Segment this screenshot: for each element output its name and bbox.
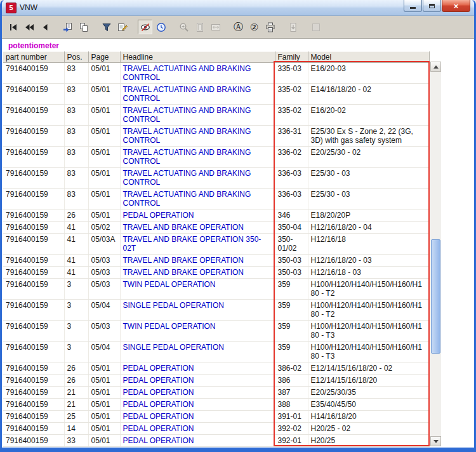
go-previous-fast-icon (24, 22, 34, 32)
table-row[interactable]: 79164001592105/01PEDAL OPERATION387E20/2… (3, 387, 429, 399)
cell-headline[interactable]: SINGLE PEDAL OPERATION (120, 300, 275, 321)
cell-pos: 41 (64, 267, 88, 279)
minimize-button[interactable] (404, 0, 422, 12)
cell-pos: 33 (64, 435, 88, 447)
fit-width-button[interactable] (208, 20, 223, 34)
column-header-part-number[interactable]: part number (3, 52, 64, 63)
table-row[interactable]: 7916400159305/03TWIN PEDAL OPERATION359H… (3, 279, 429, 300)
cell-pos: 83 (64, 168, 88, 189)
cell-headline[interactable]: PEDAL OPERATION (120, 209, 275, 222)
table-row[interactable]: 7916400159305/03TWIN PEDAL OPERATION359H… (3, 321, 429, 342)
fit-page-icon (195, 22, 205, 32)
fit-width-icon (211, 22, 221, 32)
column-header-page[interactable]: Page (88, 52, 120, 63)
column-header-model[interactable]: Model (308, 52, 429, 63)
table-row[interactable]: 7916400159305/04SINGLE PEDAL OPERATION35… (3, 300, 429, 321)
column-header-pos-[interactable]: Pos. (64, 52, 88, 63)
table-row[interactable]: 79164001592605/01PEDAL OPERATION346E18/2… (3, 209, 429, 222)
scroll-up-button[interactable] (430, 62, 441, 72)
zoom-in-button[interactable] (176, 20, 191, 34)
document-pair-button[interactable] (76, 20, 91, 34)
cell-model: E18/20/20P (308, 209, 429, 222)
table-row[interactable]: 79164001598305/01TRAVEL ACTUATING AND BR… (3, 105, 429, 126)
vertical-scrollbar[interactable] (430, 62, 441, 446)
cell-page: 05/01 (88, 168, 120, 189)
scroll-down-button[interactable] (430, 436, 441, 446)
cell-headline[interactable]: TRAVEL ACTUATING AND BRAKING CONTROL (120, 147, 275, 168)
cell-headline[interactable]: TRAVEL ACTUATING AND BRAKING CONTROL (120, 84, 275, 105)
print-icon (265, 22, 275, 32)
cell-headline[interactable]: PEDAL OPERATION (120, 411, 275, 423)
go-previous-fast-button[interactable] (22, 20, 36, 34)
table-row[interactable]: 79164001592505/01PEDAL OPERATION391-01H1… (3, 411, 429, 423)
cell-part: 7916400159 (3, 321, 64, 342)
cell-headline[interactable]: SINGLE PEDAL OPERATION (120, 342, 275, 362)
cell-model: E35/40/45/50 (308, 399, 429, 411)
table-row[interactable]: 79164001598305/01TRAVEL ACTUATING AND BR… (3, 189, 429, 209)
table-row[interactable]: 79164001594105/02TRAVEL AND BRAKE OPERAT… (3, 222, 429, 234)
extra-button[interactable] (308, 20, 323, 34)
table-row[interactable]: 79164001592605/01PEDAL OPERATION386-02E1… (3, 362, 429, 375)
table-row[interactable]: 79164001594105/03TRAVEL AND BRAKE OPERAT… (3, 267, 429, 279)
close-icon: × (454, 2, 459, 10)
cell-headline[interactable]: PEDAL OPERATION (120, 387, 275, 399)
table-row[interactable]: 79164001592105/01PEDAL OPERATION388E35/4… (3, 399, 429, 411)
export-button[interactable] (286, 20, 300, 34)
cell-headline[interactable]: TRAVEL ACTUATING AND BRAKING CONTROL (120, 189, 275, 209)
cell-headline[interactable]: TRAVEL AND BRAKE OPERATION (120, 267, 275, 279)
cell-headline[interactable]: TRAVEL ACTUATING AND BRAKING CONTROL (120, 105, 275, 126)
cell-headline[interactable]: PEDAL OPERATION (120, 423, 275, 435)
filter-button[interactable] (99, 20, 114, 34)
cell-headline[interactable]: PEDAL OPERATION (120, 435, 275, 447)
cell-model: E14/16/18/20 - 02 (308, 84, 429, 105)
print-button[interactable] (263, 20, 277, 34)
table-row[interactable]: 79164001598305/01TRAVEL ACTUATING AND BR… (3, 63, 429, 84)
go-first-button[interactable] (6, 20, 20, 34)
cell-family: 335-03 (275, 63, 308, 84)
hide-callouts-button[interactable] (138, 20, 152, 34)
cell-headline[interactable]: PEDAL OPERATION (120, 362, 275, 375)
table-row[interactable]: 79164001594105/03TRAVEL AND BRAKE OPERAT… (3, 255, 429, 267)
cell-headline[interactable]: TRAVEL AND BRAKE OPERATION (120, 222, 275, 234)
cell-family: 388 (275, 399, 308, 411)
table-row[interactable]: 7916400159305/04SINGLE PEDAL OPERATION35… (3, 342, 429, 362)
cell-headline[interactable]: TRAVEL ACTUATING AND BRAKING CONTROL (120, 168, 275, 189)
callout-numbers-button[interactable]: ② (247, 20, 261, 34)
cell-headline[interactable]: TWIN PEDAL OPERATION (120, 321, 275, 342)
cell-headline[interactable]: PEDAL OPERATION (120, 399, 275, 411)
table-row[interactable]: 79164001594105/03ATRAVEL AND BRAKE OPERA… (3, 234, 429, 255)
go-first-icon (8, 22, 18, 32)
cell-model: E25/30 - 03 (308, 189, 429, 209)
edit-selection-button[interactable] (115, 20, 129, 34)
scrollbar-thumb[interactable] (431, 239, 440, 354)
cell-headline[interactable]: TWIN PEDAL OPERATION (120, 279, 275, 300)
table-row[interactable]: 79164001592605/01PEDAL OPERATION386E12/1… (3, 375, 429, 387)
cell-family: 392-02 (275, 423, 308, 435)
cell-headline[interactable]: TRAVEL AND BRAKE OPERATION 350-02T (120, 234, 275, 255)
goto-document-button[interactable] (60, 20, 75, 34)
column-header-family[interactable]: Family (275, 52, 308, 63)
table-row[interactable]: 79164001598305/01TRAVEL ACTUATING AND BR… (3, 168, 429, 189)
cell-page: 05/01 (88, 435, 120, 447)
table-row[interactable]: 79164001598305/01TRAVEL ACTUATING AND BR… (3, 147, 429, 168)
table-row[interactable]: 79164001598305/01TRAVEL ACTUATING AND BR… (3, 84, 429, 105)
table-row[interactable]: 79164001598305/01TRAVEL ACTUATING AND BR… (3, 126, 429, 147)
cell-part: 7916400159 (3, 168, 64, 189)
history-button[interactable] (154, 20, 168, 34)
cell-pos: 83 (64, 63, 88, 84)
cell-headline[interactable]: PEDAL OPERATION (120, 375, 275, 387)
callout-letters-button[interactable]: Ⓐ (231, 20, 246, 34)
fit-page-button[interactable] (192, 20, 207, 34)
cell-headline[interactable]: TRAVEL AND BRAKE OPERATION (120, 255, 275, 267)
go-previous-button[interactable] (37, 20, 52, 34)
table-row[interactable]: 79164001591405/01PEDAL OPERATION392-02H2… (3, 423, 429, 435)
cell-headline[interactable]: TRAVEL ACTUATING AND BRAKING CONTROL (120, 126, 275, 147)
cell-page: 05/03 (88, 279, 120, 300)
table-row[interactable]: 79164001593305/01PEDAL OPERATION392-01H2… (3, 435, 429, 447)
column-header-headline[interactable]: Headline (120, 52, 275, 63)
export-icon (288, 22, 298, 32)
close-button[interactable]: × (442, 0, 470, 12)
maximize-button[interactable] (423, 0, 441, 12)
titlebar[interactable]: 5 VNW × (2, 0, 474, 16)
cell-headline[interactable]: TRAVEL ACTUATING AND BRAKING CONTROL (120, 63, 275, 84)
